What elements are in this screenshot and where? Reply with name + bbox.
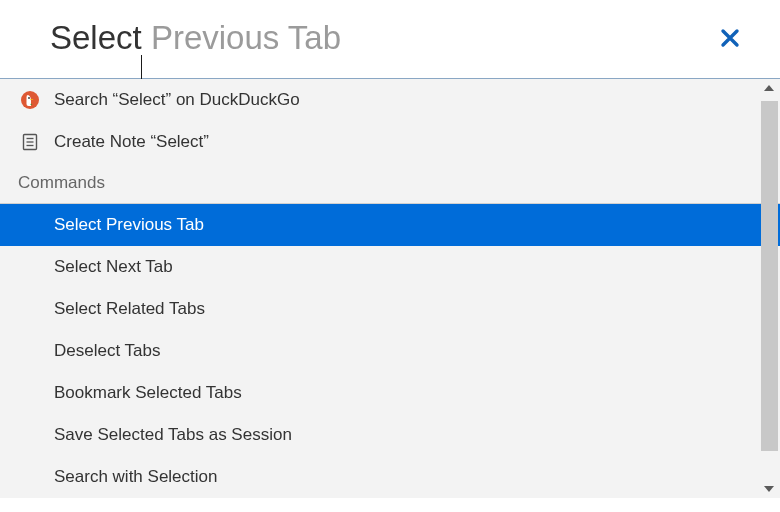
command-select-previous-tab[interactable]: Select Previous Tab bbox=[0, 204, 780, 246]
results-list: Search “Select” on DuckDuckGo Create Not… bbox=[0, 79, 780, 498]
close-icon bbox=[720, 28, 740, 48]
scrollbar-thumb[interactable] bbox=[761, 101, 778, 451]
create-note-action[interactable]: Create Note “Select” bbox=[0, 121, 780, 163]
command-deselect-tabs[interactable]: Deselect Tabs bbox=[0, 330, 780, 372]
typed-text: Select bbox=[50, 19, 142, 56]
command-label: Select Next Tab bbox=[54, 257, 173, 277]
quick-command-input[interactable]: Select Previous Tab bbox=[50, 19, 710, 57]
search-web-action[interactable]: Search “Select” on DuckDuckGo bbox=[0, 79, 780, 121]
command-label: Deselect Tabs bbox=[54, 341, 160, 361]
command-select-related-tabs[interactable]: Select Related Tabs bbox=[0, 288, 780, 330]
command-label: Save Selected Tabs as Session bbox=[54, 425, 292, 445]
note-icon bbox=[20, 132, 40, 152]
commands-section-header: Commands bbox=[0, 163, 780, 203]
command-label: Search with Selection bbox=[54, 467, 217, 487]
command-label: Bookmark Selected Tabs bbox=[54, 383, 242, 403]
autocomplete-ghost: Previous Tab bbox=[142, 19, 341, 56]
command-select-next-tab[interactable]: Select Next Tab bbox=[0, 246, 780, 288]
svg-point-1 bbox=[28, 97, 30, 99]
command-label: Select Related Tabs bbox=[54, 299, 205, 319]
scroll-down-arrow[interactable] bbox=[764, 486, 774, 492]
duckduckgo-icon bbox=[20, 90, 40, 110]
close-button[interactable] bbox=[710, 18, 750, 58]
command-bookmark-selected-tabs[interactable]: Bookmark Selected Tabs bbox=[0, 372, 780, 414]
command-label: Select Previous Tab bbox=[54, 215, 204, 235]
command-search-with-selection[interactable]: Search with Selection bbox=[0, 456, 780, 498]
command-save-selected-tabs-session[interactable]: Save Selected Tabs as Session bbox=[0, 414, 780, 456]
create-note-label: Create Note “Select” bbox=[54, 132, 209, 152]
scroll-up-arrow[interactable] bbox=[764, 85, 774, 91]
search-web-label: Search “Select” on DuckDuckGo bbox=[54, 90, 300, 110]
